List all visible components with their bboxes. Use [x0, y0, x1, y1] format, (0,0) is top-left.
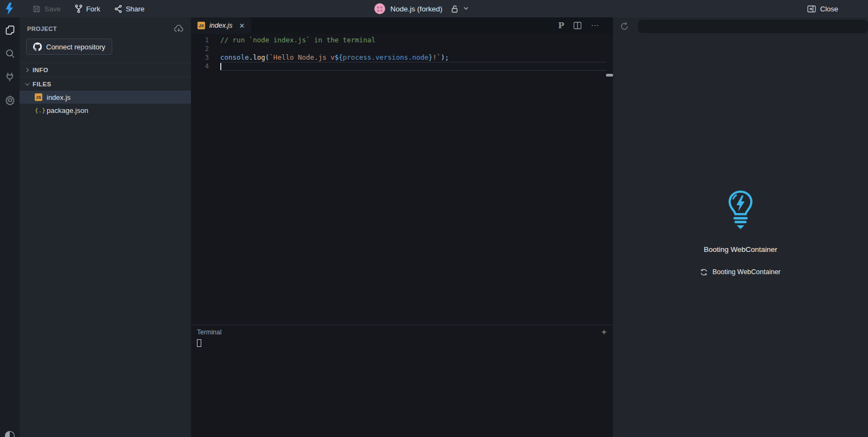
split-editor-icon[interactable]	[573, 22, 582, 29]
lightbulb-bolt-icon	[726, 190, 755, 232]
file-name: package.json	[47, 106, 88, 115]
json-file-icon: {.}	[35, 107, 42, 114]
project-title-group[interactable]: Node.js (forked)	[374, 3, 468, 14]
unlock-icon[interactable]	[451, 5, 458, 13]
terminal-cursor[interactable]	[197, 339, 201, 347]
code-line-current: 4	[191, 62, 613, 71]
share-button[interactable]: Share	[114, 5, 145, 13]
project-sidebar: PROJECT Connect repository INFO FILES JS…	[20, 17, 191, 437]
booting-status-label: Booting WebContainer	[712, 268, 781, 276]
avatar	[374, 3, 385, 14]
booting-title: Booting WebContainer	[704, 245, 777, 254]
save-label: Save	[44, 5, 61, 13]
booting-block: Booting WebContainer Booting WebContaine…	[613, 190, 868, 276]
file-item-packagejson[interactable]: {.} package.json	[20, 104, 191, 117]
search-icon[interactable]	[4, 48, 15, 59]
contrast-theme-icon[interactable]	[4, 430, 15, 437]
code-token: !`	[432, 53, 441, 61]
code-line: 3 console.log(`Hello Node.js v${process.…	[191, 53, 613, 62]
save-icon	[33, 5, 41, 13]
line-number: 3	[191, 53, 220, 62]
code-token: ${	[335, 53, 343, 61]
connect-repository-label: Connect repository	[46, 43, 105, 51]
stackblitz-logo-icon[interactable]	[5, 3, 14, 15]
code-editor[interactable]: 1 // run `node index.js` in the terminal…	[191, 34, 613, 325]
fork-button[interactable]: Fork	[75, 4, 100, 13]
editor-pane: JS index.js ✕ P ⋯ 1 // run `node index.j…	[191, 17, 613, 437]
chevron-down-icon	[25, 81, 29, 85]
sync-spinner-icon	[700, 269, 707, 276]
share-icon	[114, 5, 122, 13]
file-name: index.js	[47, 93, 71, 102]
booting-status-row: Booting WebContainer	[700, 268, 781, 276]
code-token: process.versions.node	[343, 53, 429, 61]
terminal-panel: Terminal +	[191, 325, 613, 437]
topbar-left-group: Save Fork Share	[0, 3, 374, 15]
preview-toolbar	[613, 17, 868, 35]
fork-label: Fork	[86, 5, 100, 13]
code-line: 1 // run `node index.js` in the terminal	[191, 36, 613, 45]
files-section-label: FILES	[33, 81, 52, 87]
more-actions-icon[interactable]: ⋯	[591, 21, 599, 30]
terminal-tab[interactable]: Terminal	[197, 328, 221, 336]
code-line: 2	[191, 45, 613, 53]
code-token: // run `node index.js` in the terminal	[220, 36, 375, 44]
code-token: );	[441, 53, 449, 61]
info-section-label: INFO	[33, 67, 48, 73]
preview-address-bar[interactable]	[638, 20, 868, 33]
js-file-icon: JS	[35, 93, 42, 101]
line-number: 2	[191, 45, 220, 53]
close-panel-icon[interactable]	[807, 5, 816, 12]
sidebar-header: PROJECT	[20, 17, 191, 37]
terminal-header: Terminal +	[191, 325, 613, 337]
tab-label: index.js	[209, 22, 232, 29]
save-button[interactable]: Save	[33, 5, 61, 13]
fork-icon	[75, 4, 82, 13]
line-number: 4	[191, 62, 220, 71]
text-cursor	[220, 63, 221, 70]
cloud-download-icon[interactable]	[174, 25, 183, 32]
settings-gear-icon[interactable]	[4, 94, 15, 105]
connect-repository-button[interactable]: Connect repository	[26, 39, 112, 55]
line-number: 1	[191, 36, 220, 45]
ports-plug-icon[interactable]	[4, 71, 15, 82]
files-icon[interactable]	[4, 24, 15, 35]
js-file-icon: JS	[197, 22, 205, 29]
refresh-icon[interactable]	[620, 22, 629, 31]
share-label: Share	[126, 5, 145, 13]
project-name: Node.js (forked)	[390, 5, 442, 13]
top-bar: Save Fork Share Node.js (forked)	[0, 0, 868, 17]
chevron-down-icon[interactable]	[463, 5, 469, 11]
code-token: console	[220, 53, 249, 61]
code-token: `Hello Node.js v	[269, 53, 334, 61]
sidebar-section-info[interactable]: INFO	[20, 62, 191, 77]
activity-bar	[0, 17, 20, 437]
editor-actions: P ⋯	[558, 17, 613, 34]
topbar-right-group: Close	[469, 5, 868, 13]
close-button[interactable]: Close	[820, 5, 838, 13]
editor-tab-bar: JS index.js ✕ P ⋯	[191, 17, 613, 34]
close-tab-icon[interactable]: ✕	[239, 22, 245, 30]
file-item-indexjs[interactable]: JS index.js	[20, 91, 191, 104]
editor-scrollbar-thumb[interactable]	[606, 74, 613, 77]
sidebar-title: PROJECT	[27, 26, 57, 32]
tab-indexjs[interactable]: JS index.js ✕	[191, 17, 251, 34]
new-terminal-icon[interactable]: +	[602, 329, 607, 335]
code-token: log	[253, 53, 265, 61]
preview-pane: Booting WebContainer Booting WebContaine…	[613, 17, 868, 437]
chevron-right-icon	[24, 67, 29, 72]
sidebar-section-files[interactable]: FILES	[20, 77, 191, 91]
prettier-icon[interactable]: P	[558, 21, 564, 30]
github-icon	[33, 42, 42, 51]
